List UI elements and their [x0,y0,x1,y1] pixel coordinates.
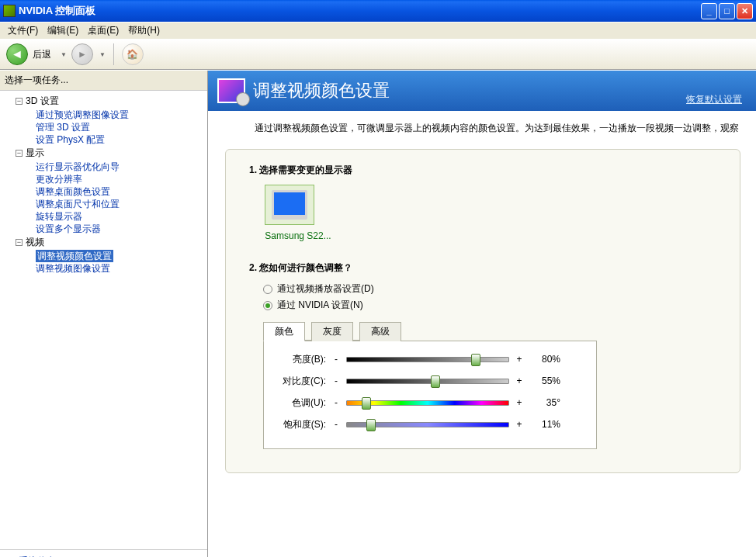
slider-thumb[interactable] [431,375,440,388]
minimize-button[interactable]: _ [701,3,717,19]
tree-item[interactable]: 通过预览调整图像设置 [0,109,207,121]
nav-tree: −3D 设置 通过预览调整图像设置 管理 3D 设置 设置 PhysX 配置 −… [0,91,207,549]
back-label: 后退 [33,48,51,61]
radio-label: 通过 NVIDIA 设置(N) [277,299,363,312]
content: 调整视频颜色设置 恢复默认设置 通过调整视频颜色设置，可微调显示器上的视频内容的… [208,71,756,557]
banner-icon [217,78,245,103]
description: 通过调整视频颜色设置，可微调显示器上的视频内容的颜色设置。为达到最佳效果，一边播… [208,111,756,143]
tab-body: 亮度(B): - + 80% 对比度(C): - + 55% 色 [263,341,597,449]
slider-track[interactable] [346,357,509,362]
system-info: 系统信息 [0,549,207,557]
restore-defaults-link[interactable]: 恢复默认设置 [686,93,742,106]
slider-value: 11% [529,419,560,430]
tab-color[interactable]: 颜色 [263,322,305,341]
radio-player-settings[interactable]: 通过视频播放器设置(D) [263,282,716,296]
slider-label: 饱和度(S): [279,420,326,430]
tree-item[interactable]: 设置 PhysX 配置 [0,133,207,146]
tree-item[interactable]: 调整视频图像设置 [0,262,207,275]
decrease-button[interactable]: - [332,419,340,430]
menu-file[interactable]: 文件(F) [3,22,43,39]
increase-button[interactable]: + [515,397,523,408]
monitor-selector[interactable] [265,185,314,225]
section-1-heading: 1. 选择需要变更的显示器 [249,164,716,177]
task-label: 选择一项任务... [0,71,207,91]
decrease-button[interactable]: - [332,375,340,386]
radio-icon[interactable] [263,301,272,310]
slider-brightness: 亮度(B): - + 80% [279,354,581,365]
slider-label: 对比度(C): [279,376,326,386]
menubar: 文件(F) 编辑(E) 桌面(E) 帮助(H) [0,22,756,39]
forward-button[interactable]: ► [71,43,93,65]
slider-label: 色调(U): [279,398,326,408]
home-button[interactable]: 🏠 [122,43,144,65]
tree-item[interactable]: 更改分辨率 [0,173,207,185]
increase-button[interactable]: + [515,419,523,430]
back-dropdown[interactable]: ▼ [61,51,67,58]
tree-item[interactable]: 调整桌面颜色设置 [0,185,207,198]
tree-item[interactable]: 旋转显示器 [0,210,207,223]
tree-group-video[interactable]: −视频 [0,235,207,250]
tab-gamma[interactable]: 灰度 [311,322,353,341]
slider-value: 35° [529,397,560,408]
tree-item[interactable]: 运行显示器优化向导 [0,161,207,173]
increase-button[interactable]: + [515,354,523,365]
forward-dropdown[interactable]: ▼ [99,51,106,58]
radio-nvidia-settings[interactable]: 通过 NVIDIA 设置(N) [263,299,716,312]
sidebar: 选择一项任务... −3D 设置 通过预览调整图像设置 管理 3D 设置 设置 … [0,71,208,557]
tabs: 颜色 灰度 高级 亮度(B): - + 80% 对比度(C): [263,321,716,449]
section-2-heading: 2. 您如何进行颜色调整？ [249,261,716,275]
slider-value: 80% [529,354,560,365]
slider-track[interactable] [346,379,509,384]
decrease-button[interactable]: - [332,397,340,408]
maximize-button[interactable]: □ [719,3,735,19]
menu-edit[interactable]: 编辑(E) [43,22,83,39]
tree-group-display[interactable]: −显示 [0,146,207,161]
decrease-button[interactable]: - [332,354,340,365]
slider-thumb[interactable] [471,354,480,366]
slider-hue: 色调(U): - + 35° [279,397,581,408]
settings-panel: 1. 选择需要变更的显示器 Samsung S22... 2. 您如何进行颜色调… [225,149,740,473]
radio-icon[interactable] [263,285,272,294]
tree-item[interactable]: 设置多个显示器 [0,223,207,235]
slider-value: 55% [529,375,560,386]
page-title: 调整视频颜色设置 [253,79,390,102]
window-title: NVIDIA 控制面板 [19,4,701,18]
tree-item[interactable]: 管理 3D 设置 [0,121,207,133]
slider-thumb[interactable] [362,397,371,410]
separator [113,43,114,65]
banner: 调整视频颜色设置 恢复默认设置 [208,71,756,111]
slider-contrast: 对比度(C): - + 55% [279,375,581,386]
increase-button[interactable]: + [515,375,523,386]
tree-item-selected[interactable]: 调整视频颜色设置 [0,250,207,262]
menu-desktop[interactable]: 桌面(E) [83,22,123,39]
slider-saturation: 饱和度(S): - + 11% [279,419,581,430]
close-button[interactable]: ✕ [737,3,753,19]
tree-item[interactable]: 调整桌面尺寸和位置 [0,198,207,210]
tab-advanced[interactable]: 高级 [359,322,401,341]
slider-thumb[interactable] [366,419,376,431]
monitor-label: Samsung S22... [265,230,331,241]
tree-group-3d[interactable]: −3D 设置 [0,94,207,109]
radio-label: 通过视频播放器设置(D) [277,282,374,296]
titlebar: NVIDIA 控制面板 _ □ ✕ [0,0,756,22]
back-button[interactable]: ◄ [6,43,28,65]
nvidia-icon [3,5,16,17]
slider-label: 亮度(B): [279,355,326,365]
slider-track[interactable] [346,400,509,406]
monitor-icon [272,190,307,220]
slider-track[interactable] [346,422,509,427]
menu-help[interactable]: 帮助(H) [123,22,165,39]
toolbar: ◄ 后退 ▼ ► ▼ 🏠 [0,39,756,70]
